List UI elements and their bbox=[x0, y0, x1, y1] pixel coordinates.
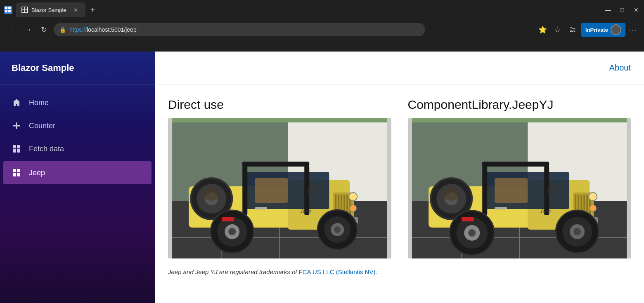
sidebar-item-counter-label: Counter bbox=[29, 122, 55, 130]
svg-rect-6 bbox=[22, 10, 24, 12]
back-button[interactable]: ← bbox=[7, 24, 18, 35]
tab-close-button[interactable]: ✕ bbox=[72, 6, 80, 14]
sidebar: Blazor Sample Home Counter bbox=[0, 52, 155, 303]
svg-rect-97 bbox=[462, 217, 474, 221]
svg-point-51 bbox=[334, 226, 341, 233]
main-content: About Direct use bbox=[155, 52, 644, 303]
lock-icon: 🔒 bbox=[59, 27, 66, 33]
svg-text:Jeep: Jeep bbox=[300, 208, 311, 214]
svg-rect-86 bbox=[495, 207, 507, 209]
svg-rect-45 bbox=[255, 207, 267, 209]
inprivate-label: InPrivate bbox=[585, 27, 608, 33]
app-container: Blazor Sample Home Counter bbox=[0, 52, 644, 303]
svg-rect-79 bbox=[482, 162, 487, 215]
svg-point-76 bbox=[589, 193, 597, 201]
svg-rect-1 bbox=[8, 7, 11, 9]
inprivate-button[interactable]: InPrivate bbox=[581, 23, 625, 37]
svg-rect-56 bbox=[222, 217, 234, 221]
browser-chrome: Blazor Sample ✕ + — □ ✕ ← → ↻ 🔒 https://… bbox=[0, 0, 644, 52]
jeep-trademark: Jeep bbox=[168, 268, 182, 275]
svg-rect-12 bbox=[13, 149, 16, 153]
col-component-library: ComponentLibrary.JeepYJ bbox=[408, 98, 631, 258]
col2-title: ComponentLibrary.JeepYJ bbox=[408, 98, 631, 112]
toolbar-icons: ⭐ ☆ 🗂 InPrivate ··· bbox=[537, 23, 637, 37]
svg-rect-4 bbox=[22, 7, 24, 9]
col1-title: Direct use bbox=[168, 98, 391, 112]
address-bar[interactable]: 🔒 https://localhost:5001/jeep bbox=[54, 23, 425, 36]
svg-point-99 bbox=[547, 183, 557, 198]
browser-titlebar: Blazor Sample ✕ + — □ ✕ bbox=[0, 0, 644, 20]
svg-rect-17 bbox=[17, 173, 20, 176]
svg-rect-7 bbox=[25, 10, 27, 12]
reload-button[interactable]: ↻ bbox=[38, 24, 50, 35]
tab-title: Blazor Sample bbox=[31, 7, 66, 13]
sidebar-item-jeep[interactable]: Jeep bbox=[3, 161, 152, 184]
sidebar-item-fetchdata-label: Fetch data bbox=[29, 145, 64, 153]
sidebar-item-jeep-label: Jeep bbox=[29, 169, 45, 177]
forward-button[interactable]: → bbox=[22, 24, 34, 35]
svg-rect-11 bbox=[17, 145, 20, 148]
main-header: About bbox=[155, 52, 644, 85]
address-text: https://localhost:5001/jeep bbox=[69, 26, 137, 33]
svg-rect-13 bbox=[17, 149, 20, 153]
more-button[interactable]: ··· bbox=[629, 26, 637, 34]
svg-point-35 bbox=[349, 193, 357, 201]
svg-rect-14 bbox=[13, 169, 16, 172]
browser-favicon-icon bbox=[4, 6, 12, 14]
svg-point-87 bbox=[443, 188, 459, 201]
svg-point-77 bbox=[590, 205, 596, 211]
svg-point-58 bbox=[308, 183, 317, 198]
favorites-icon[interactable]: ☆ bbox=[552, 24, 563, 35]
sidebar-item-home-label: Home bbox=[29, 99, 49, 107]
svg-text:Jeep: Jeep bbox=[540, 208, 551, 214]
svg-rect-38 bbox=[242, 162, 247, 215]
jeep-image-1: Jeep bbox=[168, 118, 391, 258]
svg-rect-40 bbox=[242, 162, 309, 167]
fca-link[interactable]: FCA US LLC (Stellantis NV). bbox=[299, 268, 377, 275]
extensions-icon[interactable]: ⭐ bbox=[537, 24, 548, 35]
avatar bbox=[611, 24, 621, 35]
svg-point-96 bbox=[468, 229, 476, 237]
svg-rect-5 bbox=[25, 7, 27, 9]
restore-button[interactable]: □ bbox=[618, 6, 626, 14]
minimize-button[interactable]: — bbox=[604, 6, 612, 14]
content-columns: Direct use bbox=[168, 98, 631, 258]
jeep-yj-trademark: Jeep YJ bbox=[195, 268, 218, 275]
tab-favicon-icon bbox=[21, 7, 28, 13]
browser-tab[interactable]: Blazor Sample ✕ bbox=[16, 2, 85, 17]
sidebar-item-counter[interactable]: Counter bbox=[0, 114, 155, 137]
svg-point-92 bbox=[573, 228, 581, 235]
sidebar-item-fetchdata[interactable]: Fetch data bbox=[0, 137, 155, 160]
counter-icon bbox=[12, 121, 21, 131]
svg-rect-15 bbox=[17, 169, 20, 172]
jeep-icon bbox=[12, 168, 21, 178]
jeep-image-2: Jeep bbox=[408, 118, 631, 258]
svg-rect-81 bbox=[482, 162, 549, 167]
svg-point-36 bbox=[350, 205, 356, 211]
sidebar-item-home[interactable]: Home bbox=[0, 91, 155, 114]
window-controls: — □ ✕ bbox=[604, 6, 640, 14]
svg-rect-85 bbox=[495, 178, 528, 203]
close-button[interactable]: ✕ bbox=[632, 6, 640, 14]
svg-rect-0 bbox=[5, 7, 7, 9]
footer-text: Jeep and Jeep YJ are registered trademar… bbox=[168, 268, 631, 275]
svg-point-46 bbox=[203, 188, 220, 201]
svg-rect-44 bbox=[255, 178, 288, 203]
home-icon bbox=[12, 98, 21, 108]
svg-rect-2 bbox=[5, 10, 7, 12]
new-tab-button[interactable]: + bbox=[90, 5, 95, 15]
about-link[interactable]: About bbox=[609, 63, 631, 73]
app-title: Blazor Sample bbox=[12, 63, 74, 73]
browser-addressbar: ← → ↻ 🔒 https://localhost:5001/jeep ⭐ ☆ … bbox=[0, 20, 644, 40]
col-direct-use: Direct use bbox=[168, 98, 391, 258]
sidebar-header: Blazor Sample bbox=[0, 52, 155, 85]
main-body: Direct use bbox=[155, 85, 644, 303]
svg-rect-3 bbox=[8, 10, 11, 12]
fetchdata-icon bbox=[12, 144, 21, 154]
svg-point-55 bbox=[228, 228, 236, 235]
collections-icon[interactable]: 🗂 bbox=[566, 24, 578, 35]
svg-rect-10 bbox=[13, 145, 16, 148]
svg-rect-16 bbox=[13, 173, 16, 176]
sidebar-nav: Home Counter bbox=[0, 85, 155, 303]
